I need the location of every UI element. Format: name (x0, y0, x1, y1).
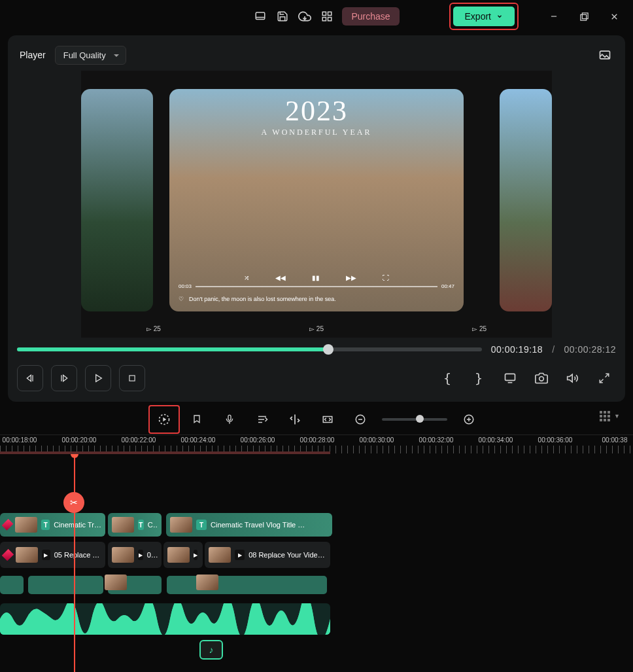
snapshot-icon[interactable] (530, 366, 553, 390)
play-button[interactable] (85, 365, 111, 391)
video-clip[interactable]: ▶05 Replace You… (0, 542, 105, 568)
purchase-button[interactable]: Purchase (342, 7, 399, 26)
effect-clip[interactable] (167, 576, 327, 594)
track-options[interactable]: ▼ (600, 411, 620, 421)
zoom-slider[interactable] (382, 418, 447, 421)
rewind-icon: ◀◀ (275, 274, 286, 281)
transition-thumb[interactable] (105, 575, 127, 590)
player-label: Player (17, 50, 46, 60)
audio-clip[interactable] (0, 603, 330, 635)
current-time: 00:00:19:18 (491, 344, 543, 355)
fullscreen-icon[interactable] (592, 366, 616, 390)
clip-thumb (112, 547, 134, 563)
audio-mixer-icon[interactable] (251, 408, 273, 431)
svg-rect-4 (328, 18, 332, 21)
render-preview-button[interactable] (153, 408, 175, 431)
title-clip[interactable]: TCinematic Travel Vlog Title … (166, 513, 332, 537)
ruler-label: 00:00:30:00 (360, 436, 394, 444)
clip-label: 08 Replace Your Video … (248, 551, 326, 559)
ruler-label: 00:00:32:00 (419, 436, 454, 444)
play-badge-icon: ▶ (138, 550, 143, 560)
svg-rect-0 (256, 12, 265, 20)
svg-rect-18 (505, 374, 515, 380)
top-bar: Purchase Export (0, 0, 633, 33)
apps-icon[interactable] (316, 5, 338, 27)
timeline-tracks: ✂ TCinematic Trave…TCin…TCinematic Trave… (0, 454, 633, 672)
close-button[interactable] (602, 5, 626, 27)
music-clip[interactable]: ♪ (199, 640, 223, 660)
svg-rect-7 (582, 12, 588, 18)
svg-marker-16 (96, 375, 102, 382)
maximize-button[interactable] (572, 5, 596, 27)
preview-tc-left: 00:03 (179, 283, 192, 289)
heart-icon: ♡ (179, 296, 184, 302)
stop-button[interactable] (119, 365, 145, 391)
voiceover-icon[interactable] (218, 408, 241, 431)
minimize-button[interactable] (541, 5, 566, 27)
clip-thumb (16, 547, 38, 563)
preview-frame-left (81, 89, 153, 311)
effect-clip[interactable] (28, 576, 103, 594)
title-track: TCinematic Trave…TCin…TCinematic Travel … (0, 512, 633, 538)
gem-icon (2, 549, 14, 561)
cloud-icon[interactable] (294, 5, 316, 27)
text-badge-icon: T (41, 520, 50, 530)
time-separator: / (552, 344, 555, 355)
ruler-label: 00:00:38 (602, 436, 628, 444)
zoom-knob[interactable] (416, 415, 424, 423)
marker-icon[interactable] (186, 408, 208, 431)
text-badge-icon: T (196, 520, 207, 530)
video-track: ▶05 Replace You…▶06 R…▶07…▶08 Replace Yo… (0, 540, 633, 569)
preview-caption: Don't panic, the moon is also lost somew… (189, 296, 336, 302)
split-button[interactable]: ✂ (63, 492, 84, 513)
svg-rect-17 (129, 376, 135, 381)
gem-icon (2, 519, 14, 531)
zoom-out-button[interactable] (349, 408, 371, 431)
effect-track (0, 572, 633, 598)
video-preview[interactable]: 2023 A WONDERFUL YEAR ♡ Don't panic, the… (81, 71, 552, 338)
effect-clip[interactable] (0, 576, 24, 594)
forward-icon: ▶▶ (346, 274, 356, 281)
timeline-ruler[interactable]: 00:00:18:0000:00:20:0000:00:22:0000:00:2… (0, 434, 633, 454)
player-panel: Player Full Quality 2023 A WONDERFUL YEA… (8, 35, 625, 402)
video-clip[interactable]: ▶06 R… (108, 542, 162, 568)
svg-rect-3 (328, 12, 332, 15)
layout-icon[interactable] (249, 5, 271, 27)
transition-thumb[interactable] (196, 575, 218, 590)
export-button[interactable]: Export (453, 7, 515, 26)
video-clip[interactable]: ▶08 Replace Your Video … (205, 542, 330, 568)
ruler-label: 00:00:36:00 (538, 436, 573, 444)
player-header: Player Full Quality (17, 42, 616, 68)
mark-in-button[interactable]: { (436, 366, 459, 390)
play-badge-icon: ▶ (235, 550, 245, 560)
track-size-icon[interactable] (600, 411, 610, 421)
svg-rect-8 (580, 14, 586, 20)
svg-marker-12 (27, 375, 31, 381)
next-frame-button[interactable] (51, 365, 77, 391)
total-time: 00:00:28:12 (564, 344, 616, 355)
ruler-label: 00:00:28:00 (300, 436, 335, 444)
progress-bar[interactable] (17, 347, 482, 351)
svg-rect-26 (228, 415, 231, 420)
chevron-down-icon (496, 13, 503, 20)
display-icon[interactable] (498, 366, 522, 390)
timeline-toolbar: ▼ (0, 402, 633, 434)
ruler-label: 00:00:34:00 (479, 436, 513, 444)
fit-width-icon[interactable] (316, 408, 339, 431)
progress-knob[interactable] (323, 344, 334, 355)
clip-thumb (170, 517, 192, 533)
mark-out-button[interactable]: } (467, 366, 490, 390)
volume-icon[interactable] (561, 366, 585, 390)
svg-line-22 (606, 374, 609, 377)
prev-frame-button[interactable] (17, 365, 43, 391)
play-badge-icon: ▶ (194, 550, 197, 560)
save-icon[interactable] (271, 5, 294, 27)
title-clip[interactable]: TCinematic Trave… (0, 513, 105, 537)
quality-select[interactable]: Full Quality (55, 46, 126, 65)
zoom-in-button[interactable] (458, 408, 480, 431)
auto-ripple-icon[interactable] (284, 408, 306, 431)
title-clip[interactable]: TCin… (108, 513, 162, 537)
video-clip[interactable]: ▶07… (163, 542, 203, 568)
svg-rect-2 (323, 12, 326, 15)
preview-image-icon[interactable] (594, 44, 616, 66)
